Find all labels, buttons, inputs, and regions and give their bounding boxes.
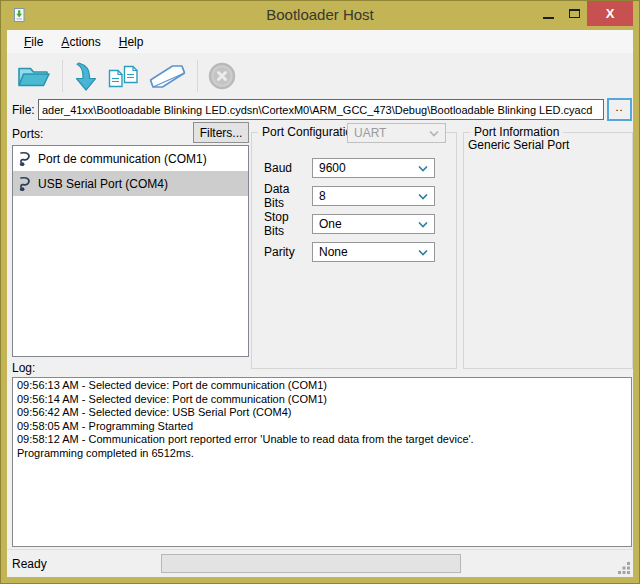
port-information-group: Port Information Generic Serial Port: [463, 132, 633, 369]
abort-button[interactable]: [207, 61, 237, 91]
program-button[interactable]: [72, 60, 101, 93]
chevron-down-icon: [418, 250, 428, 256]
baud-dropdown[interactable]: 9600: [312, 158, 435, 178]
resize-grip-icon[interactable]: [617, 561, 631, 575]
data-bits-value: 8: [319, 189, 326, 203]
log-label: Log:: [12, 361, 35, 375]
titlebar[interactable]: Bootloader Host X: [1, 1, 639, 30]
stop-bits-value: One: [319, 217, 342, 231]
client-area: File Actions Help: [7, 30, 633, 577]
parity-label: Parity: [264, 245, 312, 259]
browse-button-label: ..: [615, 101, 623, 113]
protocol-value: UART: [354, 126, 386, 140]
port-item-label: USB Serial Port (COM4): [38, 177, 168, 191]
file-label: File:: [12, 103, 35, 117]
minimize-icon: [543, 17, 554, 19]
menu-actions[interactable]: Actions: [52, 32, 109, 52]
data-bits-row: Data Bits 8: [264, 186, 435, 206]
close-button[interactable]: X: [587, 1, 633, 26]
parity-row: Parity None: [264, 242, 435, 262]
port-list-item-selected[interactable]: USB Serial Port (COM4): [13, 171, 248, 196]
chevron-down-icon: [418, 222, 428, 228]
verify-button[interactable]: [106, 62, 141, 91]
open-file-button[interactable]: [15, 61, 53, 92]
log-line: Programming completed in 6512ms.: [17, 447, 627, 461]
log-line: 09:56:13 AM - Selected device: Port de c…: [17, 379, 627, 393]
log-line: 09:56:14 AM - Selected device: Port de c…: [17, 393, 627, 407]
ports-label: Ports:: [12, 127, 43, 141]
filters-button-label: Filters...: [200, 126, 243, 140]
baud-row: Baud 9600: [264, 158, 435, 178]
status-bar: Ready: [7, 549, 633, 577]
ports-list: Port de communication (COM1) USB Serial …: [12, 145, 249, 357]
stop-bits-label: Stop Bits: [264, 210, 312, 238]
chevron-down-icon: [418, 194, 428, 200]
port-list-item[interactable]: Port de communication (COM1): [13, 146, 248, 171]
port-information-title: Port Information: [470, 125, 563, 139]
maximize-button[interactable]: [561, 1, 587, 25]
menu-file[interactable]: File: [15, 32, 52, 52]
verify-documents-icon: [107, 63, 140, 90]
port-configuration-group: Port Configuration UART Baud 9600 Data B…: [251, 132, 457, 369]
port-information-text: Generic Serial Port: [468, 138, 569, 152]
data-bits-dropdown[interactable]: 8: [312, 186, 435, 206]
toolbar-separator: [197, 60, 198, 92]
stop-bits-dropdown[interactable]: One: [312, 214, 435, 234]
menu-help[interactable]: Help: [110, 32, 153, 52]
data-bits-label: Data Bits: [264, 182, 312, 210]
minimize-button[interactable]: [535, 1, 561, 25]
status-text: Ready: [12, 557, 47, 571]
chevron-down-icon: [418, 166, 428, 172]
log-line: 09:58:05 AM - Programming Started: [17, 420, 627, 434]
protocol-dropdown[interactable]: UART: [347, 123, 446, 143]
erase-eraser-icon: [147, 63, 187, 90]
close-icon: X: [606, 6, 615, 21]
filters-button[interactable]: Filters...: [193, 122, 249, 143]
parity-dropdown[interactable]: None: [312, 242, 435, 262]
maximize-icon: [569, 9, 580, 18]
stop-bits-row: Stop Bits One: [264, 214, 435, 234]
file-path-input[interactable]: [38, 99, 604, 120]
port-item-label: Port de communication (COM1): [38, 152, 207, 166]
erase-button[interactable]: [146, 62, 188, 91]
baud-value: 9600: [319, 161, 346, 175]
serial-port-icon: [18, 176, 32, 192]
toolbar: [7, 53, 633, 99]
menu-bar: File Actions Help: [7, 30, 633, 53]
chevron-down-icon: [429, 131, 439, 137]
log-output[interactable]: 09:56:13 AM - Selected device: Port de c…: [12, 377, 632, 547]
toolbar-separator: [62, 60, 63, 92]
caption-buttons: X: [535, 1, 633, 26]
progress-bar: [161, 554, 461, 573]
open-file-folder-icon: [16, 62, 52, 91]
bootloader-host-window: Bootloader Host X File Actions Help: [0, 0, 640, 584]
browse-button[interactable]: ..: [607, 98, 632, 121]
log-line: 09:58:12 AM - Communication port reporte…: [17, 433, 627, 447]
serial-port-icon: [18, 151, 32, 167]
parity-value: None: [319, 245, 348, 259]
log-line: 09:56:42 AM - Selected device: USB Seria…: [17, 406, 627, 420]
baud-label: Baud: [264, 161, 312, 175]
program-down-arrow-icon: [73, 61, 100, 92]
abort-circle-x-icon: [208, 62, 236, 90]
